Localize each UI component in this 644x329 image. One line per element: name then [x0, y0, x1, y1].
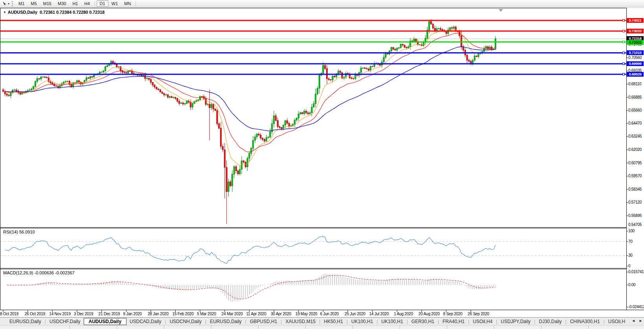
- chart-title: ▼AUDUSD,Daily 0.72361 0.72384 0.72280 0.…: [3, 10, 105, 15]
- price-axis-label: 0.66885: [628, 95, 642, 99]
- chart-tab-usdchf-daily[interactable]: USDCHF,Daily: [46, 318, 84, 325]
- chart-tab-usoil-h4[interactable]: USOil,H4: [470, 318, 495, 325]
- date-axis-label: 19 May 2020: [295, 312, 317, 316]
- timeframe-toolbar: ▾ M1M5M15M30H1H4D1W1MN: [0, 0, 644, 7]
- chart-tab-bar: EURUSD,Daily|USDCHF,DailyAUDUSD,DailyUSD…: [0, 317, 644, 325]
- macd-axis-label: -0.024412: [628, 305, 644, 309]
- chart-tab-china300-h1[interactable]: CHINA300,H1: [567, 318, 603, 325]
- price-axis-label: 0.60795: [628, 161, 642, 165]
- price-axis-label: 0.64470: [628, 121, 642, 125]
- chart-tab-eurusd-daily[interactable]: EURUSD,Daily: [207, 318, 245, 325]
- date-axis-label: 28 Jan 2020: [148, 312, 169, 316]
- level-price-tag[interactable]: 0.72022: [627, 40, 644, 45]
- price-axis-label: 0.70560: [628, 55, 642, 60]
- price-axis-label: 0.59570: [628, 174, 642, 178]
- date-axis-label: 9 Jan 2020: [123, 312, 142, 316]
- status-strip-divider: [588, 325, 589, 329]
- tab-scroll-right-icon[interactable]: ►: [639, 319, 642, 323]
- resistance-price-tag[interactable]: 0.73033: [627, 29, 644, 33]
- symbol-period-label: AUDUSD,Daily: [8, 10, 37, 15]
- status-strip-divider: [70, 325, 70, 329]
- chart-tab-hk50-h1[interactable]: HK50,H1: [321, 318, 346, 325]
- price-axis-label: 0.68110: [628, 82, 641, 86]
- rsi-axis-label: 30: [628, 253, 633, 257]
- status-strip-divider: [164, 325, 164, 329]
- support-price-tag[interactable]: 0.71010: [627, 50, 644, 55]
- chart-tab-ger30-h1[interactable]: GER30,H1: [408, 318, 437, 325]
- date-axis-label: 14 Nov 2019: [49, 312, 71, 316]
- timeframe-button-h1[interactable]: H1: [69, 0, 81, 7]
- chart-tab-gbpusd-h1[interactable]: GBPUSD,H1: [247, 318, 280, 325]
- rsi-axis-label: 70: [628, 239, 633, 244]
- timeframe-button-d1[interactable]: D1: [97, 0, 108, 7]
- tab-scroll-left-icon[interactable]: ◄: [632, 319, 635, 323]
- chevron-down-icon[interactable]: ▾: [8, 2, 9, 6]
- timeframe-button-m5[interactable]: M5: [28, 0, 40, 7]
- date-axis-label: 3 Dec 2019: [74, 312, 93, 316]
- rsi-axis-label: 100: [628, 229, 635, 233]
- date-axis-label: 24 Mar 2020: [222, 312, 243, 316]
- timeframe-button-m15[interactable]: M15: [40, 0, 55, 7]
- date-axis-label: 21 Dec 2019: [99, 312, 120, 316]
- price-axis-label: 0.65660: [628, 108, 642, 112]
- timeframe-button-m1[interactable]: M1: [15, 0, 28, 7]
- chart-cursor-icon[interactable]: [2, 1, 7, 6]
- timeframe-button-w1[interactable]: W1: [108, 0, 121, 7]
- status-strip-divider: [305, 325, 306, 329]
- chart-tab-dj30-daily[interactable]: DJ30,Daily: [536, 318, 565, 325]
- chart-tab-usdcad-daily[interactable]: USDCAD,Daily: [127, 318, 165, 325]
- support-price-tag[interactable]: 0.69999: [627, 61, 644, 66]
- chart-tab-uk100-h1[interactable]: UK100,H1: [348, 318, 376, 325]
- price-axis-label: 0.63245: [628, 134, 642, 138]
- resistance-price-tag[interactable]: 0.74021: [627, 18, 644, 23]
- price-axis-label: 0.57120: [628, 200, 642, 204]
- rsi-label: RSI(14) 56.0910: [3, 230, 35, 234]
- status-strip-divider: [400, 325, 400, 329]
- date-axis-label: 15 Feb 2020: [172, 312, 194, 316]
- chart-tab-xauusd-m15[interactable]: XAUUSD,M15: [282, 318, 319, 325]
- status-strip-divider: [211, 325, 211, 329]
- price-axis-label: 0.58345: [628, 187, 642, 191]
- status-strip-divider: [258, 325, 259, 329]
- toolbar-divider: [136, 1, 136, 6]
- ohlc-quote-line: 0.72361 0.72384 0.72280 0.72318: [40, 10, 105, 15]
- status-strip-divider: [494, 325, 494, 329]
- price-axis-label: 0.55895: [628, 213, 642, 218]
- date-axis-label: 6 Jun 2020: [320, 312, 339, 316]
- date-axis-label: 11 Apr 2020: [246, 312, 266, 316]
- chart-tab-audusd-daily[interactable]: AUDUSD,Daily: [84, 318, 127, 325]
- support-price-tag[interactable]: 0.69025: [627, 72, 644, 77]
- macd-axis-label: 0.00: [628, 283, 635, 287]
- date-axis-label: 26 Sep 2020: [468, 312, 489, 316]
- date-axis-label: 30 Apr 2020: [271, 312, 291, 316]
- chart-tab-fra40-h1[interactable]: FRA40,H1: [439, 318, 468, 325]
- status-strip: [0, 325, 644, 329]
- price-axis-label: 0.62020: [628, 147, 642, 152]
- status-strip-divider: [447, 325, 447, 329]
- chart-shift-marker: [499, 9, 503, 12]
- date-axis-label: 25 Jun 2020: [345, 312, 365, 316]
- rsi-axis-label: 0: [628, 264, 630, 268]
- date-axis-label: 8 Sep 2020: [443, 312, 462, 316]
- timeframe-button-h4[interactable]: H4: [81, 0, 93, 7]
- chart-tab-eurusd-daily[interactable]: EURUSD,Daily: [6, 318, 44, 325]
- timeframe-button-m30[interactable]: M30: [55, 0, 69, 7]
- date-axis-label: 5 Mar 2020: [197, 312, 216, 316]
- collapse-icon[interactable]: ▼: [3, 11, 6, 14]
- chart-tab-usoil-h[interactable]: USOil,H: [605, 318, 628, 325]
- price-axis-label: 0.54705: [628, 222, 642, 227]
- chart-canvas[interactable]: [0, 0, 644, 329]
- date-axis-label: 26 Oct 2019: [25, 312, 45, 316]
- toolbar-grip[interactable]: [12, 1, 13, 6]
- chart-tab-usdcnh-daily[interactable]: USDCNH,Daily: [167, 318, 205, 325]
- date-axis-label: 1 Aug 2020: [394, 312, 413, 316]
- timeframe-button-mn[interactable]: MN: [121, 0, 134, 7]
- status-strip-divider: [541, 325, 541, 329]
- macd-label: MACD(12,26,9) -0.000636 -0.002367: [3, 270, 75, 275]
- mt4-window: ▾ M1M5M15M30H1H4D1W1MN ▼AUDUSD,Daily 0.7…: [0, 0, 644, 329]
- tab-scroll-arrows: ◄ ►: [629, 319, 642, 323]
- chart-tab-usdjpy-daily[interactable]: USDJPY,Daily: [498, 318, 534, 325]
- chart-tab-uk100-h1[interactable]: UK100,H1: [378, 318, 406, 325]
- toolbar-divider: [95, 1, 95, 6]
- macd-axis-label: 0.015741: [628, 270, 644, 274]
